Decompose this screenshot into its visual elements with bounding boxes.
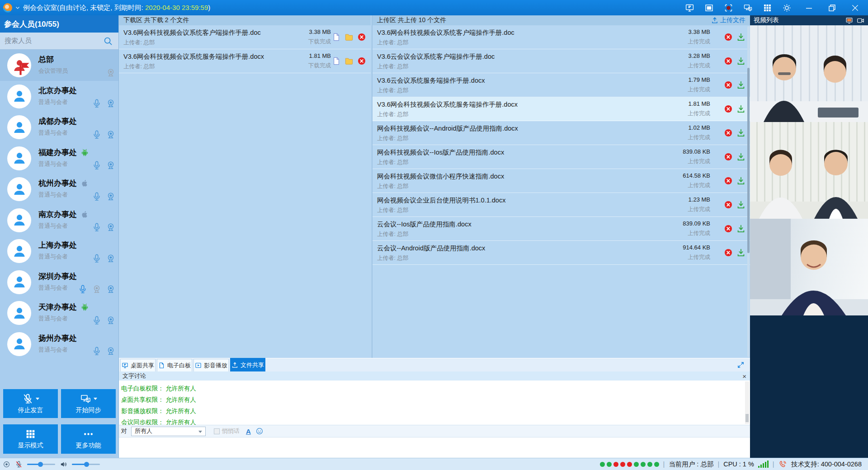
dropdown-arrow-icon[interactable]: [94, 398, 97, 400]
upload-file-row[interactable]: 网会科技视频会议--Ios版产品使用指南.docx 上传者: 总部 839.08…: [373, 145, 750, 169]
delete-icon[interactable]: [724, 224, 733, 233]
delete-icon[interactable]: [357, 33, 366, 42]
camera-icon[interactable]: [106, 130, 116, 140]
upload-file-row-selected[interactable]: V3.6网会科技视频会议系统服务端操作手册.docx 上传者: 总部 1.81 …: [373, 97, 750, 121]
mic-icon[interactable]: [92, 254, 102, 263]
search-input[interactable]: 搜索人员: [0, 33, 118, 50]
delete-icon[interactable]: [724, 33, 733, 42]
participant-row[interactable]: 南京办事处 普通与会者: [0, 205, 118, 236]
delete-icon[interactable]: [724, 128, 733, 137]
search-icon[interactable]: [103, 36, 113, 46]
video-wall-icon[interactable]: [845, 17, 853, 24]
camera-icon[interactable]: [106, 160, 116, 170]
more-functions-button[interactable]: 更多功能: [61, 424, 116, 454]
chat-close-icon[interactable]: ×: [742, 373, 746, 380]
tab-file-share[interactable]: 文件共享: [230, 358, 265, 371]
download-icon[interactable]: [736, 56, 745, 66]
download-icon[interactable]: [736, 248, 745, 257]
upload-file-row[interactable]: 网会科技视频会议微信小程序快速指南.docx 上传者: 总部 614.58 KB…: [373, 169, 750, 193]
chat-scrollbar[interactable]: [745, 381, 749, 424]
settings-icon[interactable]: [782, 3, 792, 13]
video-thumbnail[interactable]: [750, 122, 868, 219]
minimize-icon[interactable]: [804, 3, 814, 13]
download-icon[interactable]: [736, 104, 745, 113]
dropdown-arrow-icon[interactable]: [36, 398, 39, 400]
download-icon[interactable]: [736, 80, 745, 89]
upload-file-button[interactable]: 上传文件: [711, 16, 745, 24]
folder-icon[interactable]: [344, 33, 354, 42]
mic-icon[interactable]: [92, 160, 102, 170]
window-icon[interactable]: [704, 3, 714, 13]
participant-row[interactable]: 扬州办事处 普通与会者: [0, 329, 118, 360]
record-icon[interactable]: [724, 3, 733, 13]
delete-icon[interactable]: [724, 200, 733, 209]
participant-row[interactable]: 成都办事处 普通与会者: [0, 112, 118, 143]
download-icon[interactable]: [736, 152, 745, 161]
download-file-row[interactable]: V3.6网会科技视频会议系统客户端操作手册.doc 上传者: 总部 3.38 M…: [119, 25, 371, 49]
delete-icon[interactable]: [724, 176, 733, 185]
tab-whiteboard[interactable]: 电子白板: [157, 359, 192, 371]
title-dropdown-icon[interactable]: [15, 5, 20, 10]
download-icon[interactable]: [736, 176, 745, 185]
mic-icon[interactable]: [92, 346, 102, 356]
stop-speaking-button[interactable]: 停止发言: [3, 389, 58, 418]
tab-desktop-share[interactable]: 桌面共享: [120, 359, 156, 371]
grid-icon[interactable]: [763, 3, 772, 13]
fullscreen-expand-icon[interactable]: [737, 361, 745, 369]
screen-share-icon[interactable]: [685, 3, 694, 13]
camera-icon[interactable]: [106, 315, 116, 325]
mic-volume-slider[interactable]: [27, 464, 55, 465]
upload-file-row[interactable]: 网会科技视频会议--Android版产品使用指南.docx 上传者: 总部 1.…: [373, 121, 750, 145]
mic-icon[interactable]: [92, 99, 102, 108]
download-icon[interactable]: [736, 224, 745, 233]
video-camera-icon[interactable]: [857, 17, 864, 24]
folder-icon[interactable]: [344, 56, 354, 66]
participant-row[interactable]: 深圳办事处 普通与会者: [0, 267, 118, 298]
document-icon[interactable]: [332, 33, 341, 42]
maximize-icon[interactable]: [827, 3, 837, 13]
pc-share-icon[interactable]: [743, 3, 753, 13]
delete-icon[interactable]: [724, 104, 733, 113]
download-icon[interactable]: [736, 33, 745, 42]
speaker-volume-slider[interactable]: [72, 464, 100, 465]
delete-icon[interactable]: [357, 56, 366, 66]
emoji-icon[interactable]: [255, 427, 264, 435]
video-thumbnail[interactable]: [750, 219, 868, 315]
camera-icon[interactable]: [106, 254, 116, 263]
download-icon[interactable]: [736, 128, 745, 137]
upload-file-row[interactable]: 云会议--Android版产品使用指南.docx 上传者: 总部 914.64 …: [373, 241, 750, 265]
camera-icon[interactable]: [106, 192, 116, 202]
mic-icon[interactable]: [78, 284, 88, 294]
mic-icon[interactable]: [92, 130, 102, 140]
camera-icon[interactable]: [106, 346, 116, 356]
camera-grey-icon[interactable]: [106, 68, 116, 78]
record-dot-icon[interactable]: [3, 461, 10, 468]
speaker-icon[interactable]: [60, 461, 67, 468]
participant-row[interactable]: 杭州办事处 普通与会者: [0, 174, 118, 205]
participant-row[interactable]: 上海办事处 普通与会者: [0, 235, 118, 267]
upload-file-row[interactable]: 网会视频会议企业后台使用说明书1.0.1.docx 上传者: 总部 1.23 M…: [373, 193, 750, 217]
participant-row[interactable]: 天津办事处 普通与会者: [0, 297, 118, 329]
camera-icon[interactable]: [106, 284, 116, 294]
upload-file-row[interactable]: V3.6网会科技视频会议系统客户端操作手册.doc 上传者: 总部 3.38 M…: [373, 25, 750, 49]
participant-row[interactable]: 总部 会议管理员: [0, 50, 118, 81]
upload-file-row[interactable]: V3.6云会议系统服务端操作手册.docx 上传者: 总部 1.79 MB上传完…: [373, 73, 750, 97]
participant-row[interactable]: 北京办事处 普通与会者: [0, 81, 118, 112]
document-icon[interactable]: [332, 56, 341, 66]
delete-icon[interactable]: [724, 248, 733, 257]
camera-grey-icon[interactable]: [92, 284, 102, 294]
display-mode-button[interactable]: 显示模式: [3, 424, 58, 454]
tab-media-play[interactable]: 影音播放: [193, 359, 229, 371]
whisper-checkbox[interactable]: [214, 428, 220, 434]
download-icon[interactable]: [736, 200, 745, 209]
recipient-select[interactable]: 所有人: [131, 427, 206, 436]
download-file-row[interactable]: V3.6网会科技视频会议系统服务端操作手册.docx 上传者: 总部 1.81 …: [119, 49, 371, 73]
mic-icon[interactable]: [92, 222, 102, 232]
upload-file-row[interactable]: 云会议--Ios版产品使用指南.docx 上传者: 总部 839.09 KB上传…: [373, 217, 750, 241]
upload-file-row[interactable]: V3.6云会议会议系统客户端操作手册.doc 上传者: 总部 3.28 MB上传…: [373, 49, 750, 73]
font-color-button[interactable]: A: [246, 428, 251, 435]
camera-icon[interactable]: [106, 222, 116, 232]
delete-icon[interactable]: [724, 80, 733, 89]
mic-muted-icon[interactable]: [15, 461, 23, 468]
mic-icon[interactable]: [92, 315, 102, 325]
